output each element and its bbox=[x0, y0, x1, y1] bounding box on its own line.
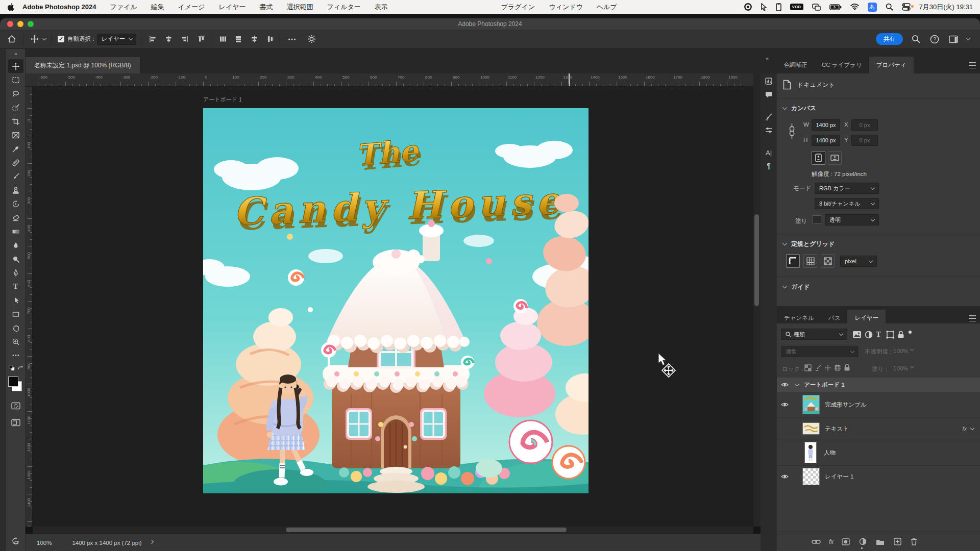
tool-move[interactable] bbox=[8, 59, 23, 73]
menu-plugins[interactable]: プラグイン bbox=[501, 3, 535, 12]
share-button[interactable]: 共有 bbox=[876, 33, 903, 45]
bit-depth-dropdown[interactable]: 8 bit/チャンネル bbox=[815, 198, 879, 209]
phone-icon[interactable] bbox=[776, 3, 781, 11]
filter-adjustment-layers-icon[interactable] bbox=[864, 330, 874, 340]
home-icon[interactable] bbox=[6, 34, 17, 44]
tool-dodge[interactable] bbox=[8, 252, 23, 266]
layer-fill-value[interactable]: 100% bbox=[893, 365, 908, 371]
align-left-icon[interactable] bbox=[148, 34, 158, 44]
screen-mode-icon[interactable] bbox=[8, 416, 23, 430]
link-dimensions-icon[interactable] bbox=[788, 120, 796, 142]
lock-artboard-icon[interactable] bbox=[833, 363, 842, 372]
layer-styles-icon[interactable]: fx bbox=[829, 538, 834, 545]
menubar-app-name[interactable]: Adobe Photoshop 2024 bbox=[22, 3, 96, 11]
menu-window[interactable]: ウィンドウ bbox=[549, 3, 583, 12]
layer-row-person[interactable]: 人物 bbox=[777, 440, 980, 465]
align-top-icon[interactable] bbox=[197, 34, 206, 44]
layer-row-layer1[interactable]: レイヤー 1 bbox=[777, 465, 980, 488]
mode-dropdown[interactable]: RGB カラー bbox=[815, 183, 879, 194]
paragraph-panel-icon[interactable]: ¶ bbox=[762, 159, 775, 172]
canvas-section-header[interactable]: カンバス bbox=[783, 104, 816, 113]
blend-mode-dropdown[interactable]: 通常 bbox=[781, 346, 859, 357]
distribute-center-h-icon[interactable] bbox=[234, 34, 243, 44]
minimize-window-button[interactable] bbox=[17, 21, 23, 27]
layer-filter-dropdown[interactable]: 種類 bbox=[781, 329, 847, 340]
new-group-icon[interactable] bbox=[875, 537, 886, 546]
menu-type[interactable]: 書式 bbox=[260, 3, 273, 12]
horizontal-scrollbar-thumb[interactable] bbox=[286, 528, 567, 532]
layer-thumbnail[interactable] bbox=[804, 442, 817, 463]
search-icon[interactable] bbox=[911, 34, 921, 44]
filter-type-layers-icon[interactable]: T bbox=[875, 329, 882, 340]
filter-shape-layers-icon[interactable] bbox=[885, 330, 895, 340]
layer-thumbnail[interactable] bbox=[802, 422, 820, 435]
toolbar-collapse-icon[interactable]: » bbox=[14, 49, 17, 59]
gear-icon[interactable] bbox=[306, 34, 317, 44]
vertical-scrollbar[interactable] bbox=[753, 73, 761, 527]
tool-blur[interactable] bbox=[8, 238, 23, 252]
menubar-clock[interactable]: 7月30日(火) 19:31 bbox=[919, 3, 973, 12]
document-info[interactable]: 1400 px x 1400 px (72 ppi) bbox=[72, 540, 141, 546]
link-layers-icon[interactable] bbox=[811, 538, 822, 545]
chevron-down-icon[interactable] bbox=[966, 36, 970, 40]
help-icon[interactable]: ? bbox=[929, 34, 940, 45]
tool-healing-brush[interactable] bbox=[8, 156, 23, 169]
menu-image[interactable]: イメージ bbox=[178, 3, 205, 12]
record-icon[interactable] bbox=[744, 3, 752, 11]
tool-hand[interactable] bbox=[8, 321, 23, 335]
tool-eraser[interactable] bbox=[8, 211, 23, 224]
foreground-color-swatch[interactable] bbox=[8, 377, 18, 387]
expand-artboard-icon[interactable] bbox=[795, 381, 800, 386]
lock-pixels-icon[interactable] bbox=[814, 363, 823, 372]
character-panel-icon[interactable]: A| bbox=[762, 146, 775, 159]
menu-help[interactable]: ヘルプ bbox=[597, 3, 617, 12]
menu-edit[interactable]: 編集 bbox=[151, 3, 164, 12]
chevron-down-icon[interactable] bbox=[42, 36, 46, 40]
artboard-label[interactable]: アートボード 1 bbox=[203, 96, 242, 104]
fill-dropdown[interactable]: 透明 bbox=[825, 214, 879, 226]
tool-presets-panel-icon[interactable] bbox=[762, 123, 775, 137]
menu-select[interactable]: 選択範囲 bbox=[287, 3, 313, 12]
wifi-icon[interactable] bbox=[850, 4, 859, 10]
toggle-transparency-button[interactable] bbox=[821, 254, 835, 268]
swap-colors-icon[interactable] bbox=[17, 365, 23, 371]
tab-adjustments[interactable]: 色調補正 bbox=[777, 57, 815, 73]
tab-cc-libraries[interactable]: CC ライブラリ bbox=[815, 57, 869, 73]
tab-properties[interactable]: プロパティ bbox=[869, 57, 914, 73]
add-mask-icon[interactable] bbox=[841, 537, 851, 546]
collapse-panels-icon[interactable]: « bbox=[766, 55, 768, 61]
orientation-portrait-button[interactable] bbox=[812, 151, 825, 165]
lock-all-icon[interactable] bbox=[843, 363, 851, 372]
units-dropdown[interactable]: pixel bbox=[840, 256, 877, 267]
canvas-area[interactable]: アートボード 1 bbox=[33, 87, 753, 527]
toggle-grid-button[interactable] bbox=[803, 254, 817, 268]
battery-icon[interactable] bbox=[829, 4, 842, 10]
rotate-view-icon[interactable] bbox=[8, 534, 23, 548]
pointer-icon[interactable] bbox=[761, 3, 767, 11]
comment-panel-icon[interactable] bbox=[762, 88, 775, 101]
horizontal-scrollbar[interactable] bbox=[33, 527, 753, 534]
lock-transparent-icon[interactable] bbox=[803, 363, 813, 372]
distribute-top-icon[interactable] bbox=[218, 34, 228, 44]
layer-row-sample[interactable]: 完成形サンプル bbox=[777, 392, 980, 417]
tool-crop[interactable] bbox=[8, 114, 23, 128]
canvas-width-field[interactable]: 1400 px bbox=[812, 119, 840, 131]
vod-badge[interactable]: VOD bbox=[790, 4, 803, 10]
ime-badge[interactable]: あ bbox=[868, 3, 877, 12]
status-chevron-icon[interactable] bbox=[149, 540, 153, 544]
quick-mask-icon[interactable] bbox=[8, 399, 23, 413]
toolbar-more-icon[interactable] bbox=[8, 348, 23, 362]
menu-filter[interactable]: フィルター bbox=[327, 3, 361, 12]
foreground-background-colors[interactable] bbox=[7, 375, 24, 395]
tool-marquee[interactable] bbox=[8, 73, 23, 87]
distribute-bottom-icon[interactable] bbox=[265, 34, 275, 44]
tool-eyedropper[interactable] bbox=[8, 142, 23, 156]
menu-file[interactable]: ファイル bbox=[110, 3, 137, 12]
tool-path-select[interactable] bbox=[8, 293, 23, 307]
close-window-button[interactable] bbox=[7, 21, 13, 27]
tool-zoom[interactable] bbox=[8, 335, 23, 348]
guides-section-header[interactable]: ガイド bbox=[783, 283, 810, 291]
layer-row-artboard[interactable]: アートボード 1 bbox=[777, 378, 980, 392]
tool-gradient[interactable] bbox=[8, 224, 23, 238]
fx-chevron-icon[interactable] bbox=[970, 425, 974, 430]
